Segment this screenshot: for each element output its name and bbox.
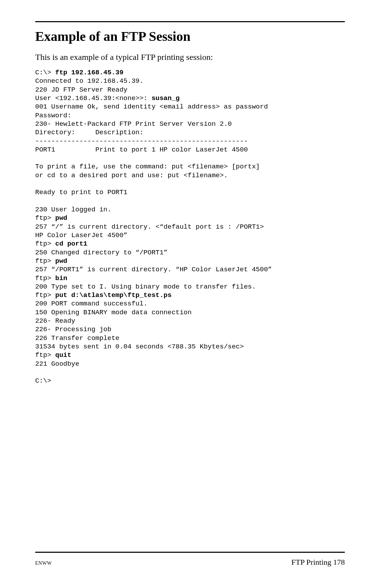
session-line: 226- Ready — [35, 317, 75, 325]
session-line: ftp> put d:\atlas\temp\ftp_test.ps — [35, 291, 172, 299]
page-title: Example of an FTP Session — [35, 29, 345, 44]
user-input: pwd — [55, 257, 67, 265]
session-line: 226 Transfer complete — [35, 334, 119, 342]
footer-page-number: 178 — [333, 558, 345, 567]
user-input: cd port1 — [55, 240, 87, 248]
user-input: pwd — [55, 214, 67, 222]
top-horizontal-rule — [35, 21, 345, 22]
session-line: User <192.168.45.39:<none>>: susan_g — [35, 94, 179, 102]
footer-left-label: ENWW — [35, 561, 52, 566]
session-line: Ready to print to PORT1 — [35, 188, 127, 196]
session-line: 250 Changed directory to “/PORT1” — [35, 249, 167, 256]
session-line: Password: — [35, 112, 71, 119]
session-line: C:\> ftp 192.168.45.39 — [35, 69, 124, 76]
session-line: ----------------------------------------… — [35, 137, 248, 145]
session-line: ftp> pwd — [35, 214, 67, 222]
ftp-session-transcript: C:\> ftp 192.168.45.39 Connected to 192.… — [35, 68, 345, 385]
session-line: 226- Processing job — [35, 326, 112, 333]
session-line: Connected to 192.168.45.39. — [35, 77, 144, 85]
bottom-horizontal-rule — [35, 552, 345, 553]
session-line: or cd to a desired port and use: put <fi… — [35, 172, 228, 179]
session-line: 200 PORT command successful. — [35, 300, 147, 308]
session-line: ftp> cd port1 — [35, 240, 87, 248]
session-line: 200 Type set to I. Using binary mode to … — [35, 283, 256, 291]
session-line: ftp> bin — [35, 274, 67, 282]
footer-section: FTP Printing — [291, 558, 331, 567]
session-line: HP Color LaserJet 4500” — [35, 231, 127, 239]
footer-right-label: FTP Printing 178 — [291, 558, 345, 567]
session-line: 001 Username Ok, send identity <email ad… — [35, 103, 268, 111]
session-line: To print a file, use the command: put <f… — [35, 163, 260, 171]
session-line: 150 Opening BINARY mode data connection — [35, 309, 192, 316]
session-line: C:\> — [35, 377, 51, 385]
session-line: 31534 bytes sent in 0.04 seconds <788.35… — [35, 343, 244, 351]
intro-paragraph: This is an example of a typical FTP prin… — [35, 52, 345, 62]
session-line: 257 “/” is current directory. <“default … — [35, 223, 264, 231]
session-line: ftp> pwd — [35, 257, 67, 265]
session-line: 220 JD FTP Server Ready — [35, 86, 127, 94]
document-page: Example of an FTP Session This is an exa… — [0, 0, 380, 588]
session-line: 230- Hewlett-Packard FTP Print Server Ve… — [35, 120, 232, 128]
session-line: ftp> quit — [35, 351, 71, 359]
page-footer: ENWW FTP Printing 178 — [35, 552, 345, 567]
session-line: 230 User logged in. — [35, 206, 112, 213]
user-input: ftp 192.168.45.39 — [55, 69, 124, 76]
footer-line: ENWW FTP Printing 178 — [35, 558, 345, 567]
user-input: quit — [55, 351, 71, 359]
session-line: 221 Goodbye — [35, 360, 79, 368]
user-input: susan_g — [152, 94, 180, 102]
user-input: bin — [55, 274, 67, 282]
user-input: put d:\atlas\temp\ftp_test.ps — [55, 291, 172, 299]
session-line: 257 “/PORT1” is current directory. “HP C… — [35, 266, 272, 273]
session-line: Directory: Description: — [35, 129, 144, 136]
session-line: PORT1 Print to port 1 HP color LaserJet … — [35, 146, 248, 154]
